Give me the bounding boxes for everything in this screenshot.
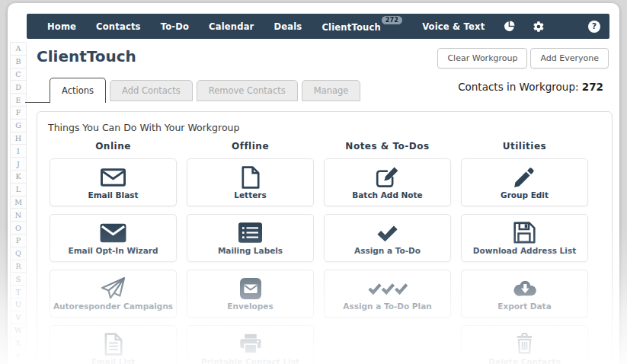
gear-icon[interactable] (524, 21, 553, 33)
card-email-list[interactable]: Email List (50, 325, 177, 364)
check-icon (376, 222, 399, 244)
card-label: Batch Add Note (352, 191, 422, 200)
printer-icon (239, 333, 262, 356)
card-label: Email Blast (88, 191, 138, 200)
alphabet-letter-x[interactable]: X (10, 337, 27, 350)
alphabet-letter-e[interactable]: E (10, 94, 27, 107)
cloud-download-icon (512, 277, 538, 300)
note-edit-icon (376, 166, 399, 189)
alphabet-letter-o[interactable]: O (10, 222, 27, 235)
envelope-outline-icon (101, 166, 126, 189)
nav-menu: HomeContactsTo-DoCalendarDealsClientTouc… (37, 20, 588, 33)
workgroup-actions-panel: Things You Can Do With Your Workgroup On… (37, 111, 613, 364)
workgroup-count-badge: 272 (382, 16, 402, 24)
alphabet-letter-a[interactable]: A (10, 42, 27, 56)
column-header-online: Online (50, 141, 177, 153)
card-letters[interactable]: Letters (187, 158, 314, 206)
alphabet-letter-s[interactable]: S (10, 273, 27, 286)
alphabet-letter-w[interactable]: W (10, 324, 27, 337)
header-buttons: Clear Workgroup Add Everyone (437, 48, 609, 69)
add-everyone-button[interactable]: Add Everyone (530, 48, 609, 69)
alphabet-letter-d[interactable]: D (10, 81, 27, 94)
card-label: Letters (234, 191, 266, 200)
alphabet-letter-u[interactable]: U (10, 299, 27, 311)
alphabet-letter-g[interactable]: G (10, 120, 27, 133)
action-columns: OnlineEmail BlastEmail Opt-In WizardAuto… (50, 141, 598, 364)
card-download-address-list[interactable]: Download Address List (461, 214, 588, 262)
column-online: OnlineEmail BlastEmail Opt-In WizardAuto… (50, 141, 177, 364)
card-label: Mailing Labels (218, 247, 283, 255)
card-export-data[interactable]: Export Data (461, 270, 588, 318)
contacts-in-workgroup-count: Contacts in Workgroup: 272 (458, 81, 603, 93)
card-label: Email Opt-In Wizard (69, 247, 158, 255)
clear-workgroup-button[interactable]: Clear Workgroup (437, 48, 527, 69)
file-icon (242, 166, 260, 189)
paper-plane-icon (101, 277, 125, 300)
alphabet-letter-t[interactable]: T (10, 286, 27, 299)
alphabet-letter-k[interactable]: K (10, 171, 27, 184)
tab-add-contacts[interactable]: Add Contacts (110, 80, 193, 101)
alphabet-letter-v[interactable]: V (10, 311, 27, 324)
list-icon (238, 222, 262, 244)
card-printable-contact-list[interactable]: Printable Contact List (187, 325, 314, 364)
card-label: Delete Contacts (488, 358, 560, 364)
card-delete-contacts[interactable]: Delete Contacts (461, 325, 588, 364)
column-header-notes-to-dos: Notes & To-Dos (324, 141, 451, 153)
trash-icon (515, 333, 534, 356)
alphabet-letter-j[interactable]: J (10, 158, 27, 171)
card-label: Group Edit (501, 191, 549, 200)
nav-item-home[interactable]: Home (37, 21, 86, 32)
card-label: Assign a To-Do Plan (343, 302, 431, 311)
nav-item-contacts[interactable]: Contacts (86, 21, 151, 32)
card-email-opt-in-wizard[interactable]: Email Opt-In Wizard (50, 214, 177, 262)
card-label: Printable Contact List (201, 358, 299, 364)
column-header-offline: Offline (187, 141, 314, 153)
card-email-blast[interactable]: Email Blast (50, 158, 177, 206)
file-lines-icon (104, 333, 123, 356)
panel-title: Things You Can Do With Your Workgroup (48, 122, 239, 133)
column-utilities: UtilitiesGroup EditDownload Address List… (461, 141, 588, 364)
card-envelopes[interactable]: Envelopes (187, 270, 314, 318)
nav-item-to-do[interactable]: To-Do (151, 21, 199, 32)
help-icon[interactable]: ? (588, 21, 600, 33)
alphabet-letter-l[interactable]: L (10, 184, 27, 196)
alphabet-letter-f[interactable]: F (10, 107, 27, 120)
card-label: Download Address List (473, 247, 576, 255)
count-value: 272 (582, 81, 603, 93)
nav-item-voice-text[interactable]: Voice & Text (412, 21, 494, 32)
alphabet-letter-c[interactable]: C (10, 69, 27, 81)
nav-item-deals[interactable]: Deals (264, 21, 312, 32)
tab-baseline-divider (25, 102, 50, 103)
alphabet-letter-b[interactable]: B (10, 56, 27, 69)
alphabet-letter-p[interactable]: P (10, 235, 27, 247)
alphabet-letter-y[interactable]: Y (10, 350, 27, 362)
card-assign-a-to-do-plan[interactable]: Assign a To-Do Plan (324, 270, 451, 318)
alphabet-letter-r[interactable]: R (10, 260, 27, 273)
column-offline: OfflineLettersMailing LabelsEnvelopesPri… (187, 141, 314, 364)
card-assign-a-to-do[interactable]: Assign a To-Do (324, 214, 451, 262)
column-header-utilities: Utilities (461, 141, 588, 153)
pie-chart-icon[interactable] (494, 20, 524, 33)
nav-item-clienttouch[interactable]: ClientTouch272 (312, 21, 412, 33)
envelope-solid-icon (100, 222, 126, 244)
envelope-square-icon (240, 277, 261, 300)
card-group-edit[interactable]: Group Edit (461, 158, 588, 206)
card-autoresponder-campaigns[interactable]: Autoresponder Campaigns (50, 270, 177, 318)
nav-item-calendar[interactable]: Calendar (199, 21, 264, 32)
tab-actions[interactable]: Actions (50, 78, 106, 103)
pencil-icon (513, 166, 536, 189)
card-label: Export Data (497, 302, 551, 311)
alphabet-letter-m[interactable]: M (10, 196, 27, 209)
tab-remove-contacts[interactable]: Remove Contacts (197, 80, 298, 101)
page-background: HomeContactsTo-DoCalendarDealsClientTouc… (0, 0, 627, 364)
alphabet-letter-n[interactable]: N (10, 209, 27, 222)
alphabet-letter-i[interactable]: I (10, 145, 27, 158)
card-mailing-labels[interactable]: Mailing Labels (187, 214, 314, 262)
alphabet-letter-q[interactable]: Q (10, 247, 27, 260)
tab-manage[interactable]: Manage (302, 80, 361, 101)
alphabet-letter-h[interactable]: H (10, 133, 27, 145)
page-title: ClientTouch (37, 47, 136, 65)
tab-bar: ActionsAdd ContactsRemove ContactsManage (50, 78, 360, 103)
card-batch-add-note[interactable]: Batch Add Note (324, 158, 451, 206)
top-nav: HomeContactsTo-DoCalendarDealsClientTouc… (27, 14, 609, 39)
